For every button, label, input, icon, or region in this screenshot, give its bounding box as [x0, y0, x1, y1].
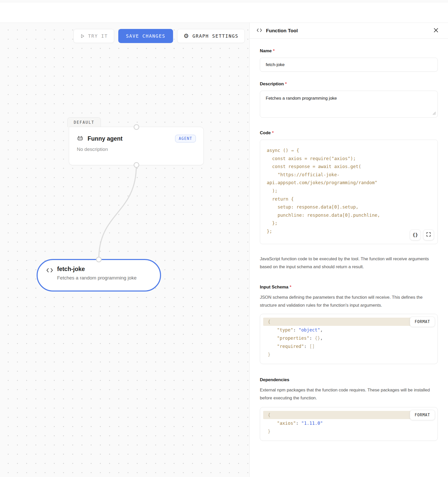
group-tab-default[interactable]: DEFAULT	[67, 117, 101, 127]
json-line: {	[263, 411, 434, 419]
json-open-brace: {	[268, 412, 271, 418]
tool-node-body: fetch-joke Fetches a random programming …	[38, 260, 160, 291]
input-schema-label: Input Schema*	[260, 285, 438, 290]
main-area: TRY IT SAVE CHANGES ⚙ GRAPH SETTINGS DEF…	[0, 23, 448, 477]
code-line: const response = await axios.get(	[267, 163, 431, 171]
tool-node-title: fetch-joke	[57, 266, 155, 273]
agent-type-badge: AGENT	[175, 135, 196, 142]
panel-body: Name* Description* Code* async () ⇒ {	[250, 39, 448, 451]
description-label-text: Description	[260, 81, 284, 86]
code-line: async () ⇒ {	[267, 147, 431, 155]
fullscreen-button[interactable]	[423, 230, 434, 240]
name-label: Name*	[260, 48, 438, 54]
json-key: "axios"	[277, 421, 296, 426]
code-icon	[46, 267, 54, 275]
panel-header: Function Tool	[250, 23, 448, 39]
input-schema-help-text: JSON schema defining the parameters that…	[260, 293, 438, 309]
json-line: "type": "object",	[263, 326, 434, 334]
format-schema-button[interactable]: FORMAT	[410, 317, 435, 327]
code-line: setup: response.data[0].setup,	[267, 203, 431, 211]
agent-bottom-handle[interactable]	[134, 162, 139, 168]
json-separator: :	[296, 421, 301, 426]
panel-title: Function Tool	[266, 28, 430, 34]
code-line: return {	[267, 195, 431, 203]
close-icon	[433, 27, 439, 34]
json-value: "1.11.0"	[301, 421, 323, 426]
dependencies-help-text: External npm packages that the function …	[260, 386, 438, 402]
tool-top-handle[interactable]	[96, 257, 102, 262]
play-icon	[80, 34, 85, 39]
dependencies-editor[interactable]: { "axios": "1.11.0" } FORMAT	[260, 407, 438, 441]
code-editor-actions: {}	[410, 230, 434, 240]
json-brackets: []	[309, 344, 315, 349]
code-line: punchline: response.data[0].punchline,	[267, 211, 431, 220]
graph-settings-button[interactable]: ⚙ GRAPH SETTINGS	[177, 29, 245, 43]
json-separator: :	[309, 336, 315, 341]
code-line: const axios = require("axios");	[267, 155, 431, 163]
code-icon	[256, 28, 262, 34]
format-code-button[interactable]: {}	[410, 230, 421, 240]
code-line: api.appspot.com/jokes/programming/random…	[267, 179, 431, 187]
json-braces: {}	[315, 336, 320, 341]
code-line: };	[267, 227, 431, 236]
agent-node-description: No description	[77, 147, 196, 152]
json-comma: ,	[320, 336, 323, 341]
json-line: "required": []	[263, 342, 434, 350]
node-connection-edge	[0, 23, 250, 477]
dependencies-label: Dependencies	[260, 377, 438, 382]
json-line: "properties": {},	[263, 334, 434, 342]
canvas-toolbar: TRY IT SAVE CHANGES ⚙ GRAPH SETTINGS	[73, 29, 245, 43]
code-line: );	[267, 187, 431, 195]
fullscreen-icon	[426, 232, 431, 237]
json-close-brace: }	[268, 429, 271, 434]
tool-node[interactable]: fetch-joke Fetches a random programming …	[37, 259, 161, 292]
name-label-text: Name	[260, 48, 272, 53]
agent-node[interactable]: Funny agent AGENT No description	[69, 127, 204, 165]
save-changes-label: SAVE CHANGES	[126, 33, 165, 39]
resize-handle-icon[interactable]	[433, 111, 436, 116]
try-it-label: TRY IT	[88, 33, 108, 39]
json-line: "axios": "1.11.0"	[263, 419, 434, 427]
code-line: };	[267, 219, 431, 227]
json-separator: :	[293, 327, 298, 333]
close-button[interactable]	[433, 27, 439, 34]
json-value: "object"	[298, 327, 320, 333]
code-label: Code*	[260, 130, 438, 136]
gear-icon: ⚙	[184, 33, 189, 39]
format-dependencies-button[interactable]: FORMAT	[410, 410, 435, 420]
tool-node-description: Fetches a random programming joke	[57, 275, 155, 281]
description-textarea[interactable]	[260, 91, 438, 118]
code-help-text: JavaScript function code to be executed …	[260, 255, 438, 271]
json-key: "properties"	[277, 336, 309, 341]
agent-top-handle[interactable]	[134, 124, 139, 130]
function-tool-panel: Function Tool Name* Description*	[250, 23, 448, 477]
input-schema-required-asterisk: *	[290, 285, 291, 289]
description-label: Description*	[260, 81, 438, 87]
name-required-asterisk: *	[273, 48, 275, 53]
json-open-brace: {	[268, 319, 271, 324]
json-line: }	[263, 427, 434, 435]
code-editor[interactable]: async () ⇒ { const axios = require("axio…	[260, 140, 438, 244]
graph-canvas[interactable]: TRY IT SAVE CHANGES ⚙ GRAPH SETTINGS DEF…	[0, 23, 250, 477]
agent-node-header: Funny agent AGENT	[77, 135, 196, 142]
input-schema-label-text: Input Schema	[260, 285, 288, 289]
input-schema-editor[interactable]: { "type": "object", "properties": {}, "r…	[260, 314, 438, 364]
description-required-asterisk: *	[285, 81, 287, 86]
robot-icon	[77, 135, 83, 142]
save-changes-button[interactable]: SAVE CHANGES	[118, 29, 173, 43]
json-close-brace: }	[268, 352, 271, 357]
graph-settings-label: GRAPH SETTINGS	[193, 33, 239, 39]
try-it-button[interactable]: TRY IT	[73, 29, 114, 43]
name-input[interactable]	[260, 58, 438, 72]
json-line: }	[263, 350, 434, 359]
code-line: "https://official-joke-	[267, 171, 431, 179]
window-top-edge	[0, 0, 448, 2]
json-key: "type"	[277, 327, 293, 333]
json-key: "required"	[277, 344, 304, 349]
app-top-bar	[0, 2, 448, 23]
code-label-text: Code	[260, 130, 271, 135]
json-comma: ,	[320, 327, 323, 333]
json-separator: :	[304, 344, 309, 349]
json-line: {	[263, 318, 434, 326]
code-required-asterisk: *	[272, 130, 274, 135]
